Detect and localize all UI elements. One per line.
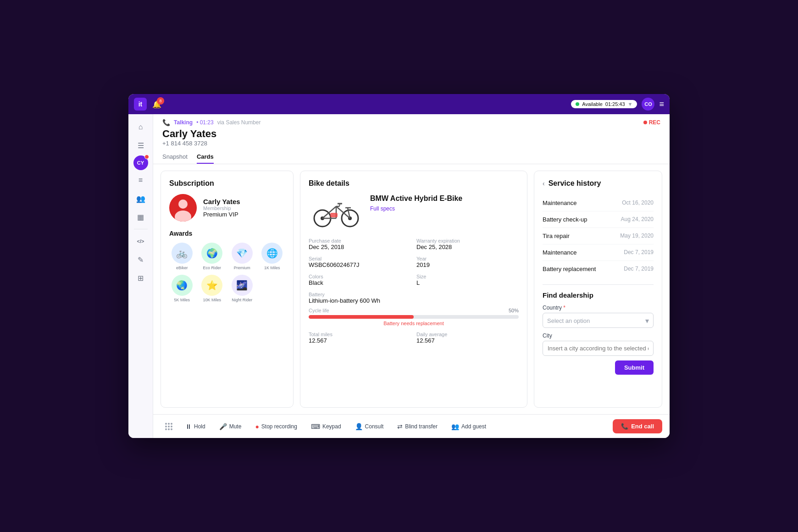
- left-sidebar: ⌂ ☰ CY ≡ 👥 ▦ </> ✎ ⊞: [128, 114, 153, 438]
- end-call-phone-icon: 📞: [621, 423, 628, 430]
- rec-dot: [643, 121, 647, 124]
- cycle-life-label: Cycle life: [309, 308, 329, 313]
- year-label: Year: [416, 256, 519, 261]
- required-star: *: [562, 305, 565, 311]
- svg-point-19: [171, 423, 172, 425]
- service-item-4: Battery replacement Dec 7, 2019: [543, 261, 654, 277]
- mute-button[interactable]: 🎤 Mute: [214, 420, 247, 433]
- add-guest-icon: 👥: [451, 423, 459, 430]
- cards-area: Subscription: [153, 164, 670, 414]
- top-user-avatar[interactable]: CO: [642, 98, 654, 111]
- battery-item: Battery Lithium-ion-battery 600 Wh: [309, 292, 519, 304]
- service-date-2: May 19, 2020: [620, 233, 654, 239]
- battery-value: Lithium-ion-battery 600 Wh: [309, 297, 519, 304]
- service-date-1: Aug 24, 2020: [621, 216, 654, 223]
- keypad-button[interactable]: ⌨ Keypad: [305, 420, 347, 433]
- total-miles-item: Total miles 12.567: [309, 332, 411, 344]
- nav-dots[interactable]: [161, 418, 177, 435]
- award-ebiker: 🚲 eBiker: [169, 243, 195, 270]
- bike-image: [309, 194, 364, 231]
- total-miles-value: 12.567: [309, 337, 411, 344]
- bell-container[interactable]: 🔔 8: [152, 100, 161, 109]
- mute-icon: 🎤: [219, 423, 227, 430]
- stop-recording-button[interactable]: ● Stop recording: [249, 420, 303, 433]
- end-call-button[interactable]: 📞 End call: [613, 419, 662, 433]
- award-badge-5kmiles: 🌏: [172, 275, 193, 296]
- award-label-nightrider: Night Rider: [232, 298, 252, 302]
- top-bar: it 🔔 8 Available 01:25:43 ▼ CO ≡: [128, 94, 670, 114]
- hold-label: Hold: [194, 423, 205, 430]
- service-header: ‹ Service history: [543, 179, 654, 188]
- tab-cards[interactable]: Cards: [197, 150, 214, 164]
- blind-transfer-icon: ⇄: [397, 423, 403, 430]
- subscription-card: Subscription: [161, 171, 294, 408]
- sidebar-item-code[interactable]: </>: [133, 233, 149, 249]
- subscriber-avatar-img: [169, 194, 197, 222]
- sidebar-item-people[interactable]: 👥: [133, 190, 149, 207]
- membership-value: Premium VIP: [203, 211, 240, 218]
- sidebar-user-avatar[interactable]: CY: [133, 155, 148, 170]
- sidebar-item-edit[interactable]: ✎: [133, 251, 149, 268]
- nav-dots-icon: [164, 422, 173, 431]
- svg-point-1: [178, 200, 188, 209]
- end-call-label: End call: [631, 423, 654, 430]
- add-guest-button[interactable]: 👥 Add guest: [446, 420, 492, 433]
- call-timer: • 01:23: [196, 119, 214, 126]
- consult-button[interactable]: 👤 Consult: [349, 420, 389, 433]
- consult-label: Consult: [365, 423, 384, 430]
- award-label-ebiker: eBiker: [176, 266, 188, 270]
- award-badge-10kmiles: ⭐: [201, 275, 222, 296]
- app-logo: it: [134, 98, 147, 111]
- content-area: 📞 Talking • 01:23 via Sales Number REC C…: [153, 114, 670, 438]
- subscriber-avatar: [169, 194, 197, 222]
- country-field-label: Country *: [543, 305, 654, 311]
- city-input[interactable]: [543, 341, 654, 356]
- sidebar-item-menu[interactable]: ☰: [133, 137, 149, 154]
- colors-label: Colors: [309, 274, 411, 279]
- awards-title: Awards: [169, 230, 285, 237]
- back-arrow-icon[interactable]: ‹: [543, 180, 545, 187]
- bike-card: Bike details: [300, 171, 527, 408]
- blind-transfer-button[interactable]: ⇄ Blind transfer: [392, 420, 443, 433]
- submit-button[interactable]: Submit: [615, 360, 654, 375]
- sidebar-item-list[interactable]: ≡: [133, 172, 149, 188]
- sidebar-item-apps[interactable]: ⊞: [133, 270, 149, 286]
- service-name-3: Maintenance: [543, 249, 576, 256]
- membership-label: Membership: [203, 205, 240, 211]
- battery-label: Battery: [309, 292, 519, 297]
- serial-label: Serial: [309, 256, 411, 261]
- svg-rect-16: [330, 213, 338, 217]
- award-label-10kmiles: 10K Miles: [203, 298, 221, 302]
- country-select[interactable]: [543, 313, 654, 328]
- full-specs-link[interactable]: Full specs: [370, 205, 462, 212]
- svg-line-15: [339, 204, 340, 206]
- tab-snapshot[interactable]: Snapshot: [162, 150, 188, 164]
- subscription-title: Subscription: [169, 179, 285, 188]
- status-pill[interactable]: Available 01:25:43 ▼: [571, 100, 637, 108]
- award-label-1kmiles: 1K Miles: [264, 266, 280, 270]
- menu-lines-icon[interactable]: ≡: [659, 100, 664, 109]
- status-chevron[interactable]: ▼: [628, 101, 633, 107]
- sidebar-item-home[interactable]: ⌂: [133, 119, 149, 135]
- cycle-percent: 50%: [509, 308, 519, 313]
- total-miles-label: Total miles: [309, 332, 411, 337]
- service-item-3: Maintenance Dec 7, 2019: [543, 244, 654, 261]
- purchase-date-item: Purchase date Dec 25, 2018: [309, 238, 411, 250]
- bike-svg: [311, 196, 361, 228]
- year-value: 2019: [416, 261, 519, 268]
- award-badge-premium: 💎: [232, 243, 253, 264]
- call-header: 📞 Talking • 01:23 via Sales Number REC C…: [153, 114, 670, 164]
- talking-label: Talking: [174, 119, 193, 126]
- award-label-ecorider: Eco Rider: [203, 266, 221, 270]
- hold-button[interactable]: ⏸ Hold: [180, 420, 211, 433]
- service-item-0: Maintenance Oct 16, 2020: [543, 195, 654, 211]
- bike-info-header: BMW Active Hybrid E-Bike Full specs: [370, 194, 462, 231]
- bell-badge: 8: [157, 97, 164, 105]
- sidebar-divider: [134, 229, 148, 229]
- sidebar-item-chart[interactable]: ▦: [133, 209, 149, 225]
- country-select-wrapper: ▾ Select an option: [543, 313, 654, 328]
- award-1kmiles: 🌐 1K Miles: [260, 243, 285, 270]
- via-label: via Sales Number: [217, 119, 261, 126]
- top-bar-left: it 🔔 8: [134, 98, 161, 111]
- keypad-icon: ⌨: [311, 423, 320, 430]
